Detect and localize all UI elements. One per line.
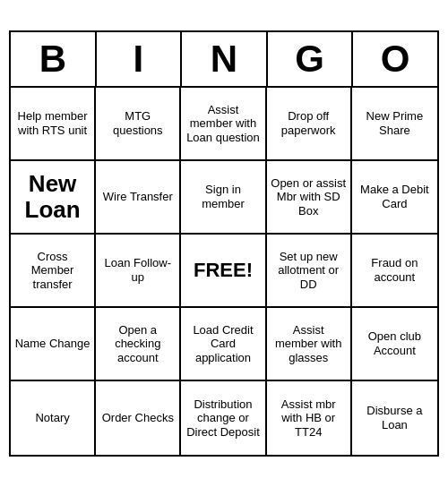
bingo-card: BINGO Help member with RTS unitMTG quest…	[9, 30, 439, 457]
header-letter: N	[182, 32, 268, 86]
header-letter: O	[353, 32, 437, 86]
bingo-cell: Wire Transfer	[96, 161, 181, 235]
bingo-cell: Assist mbr with HB or TT24	[267, 381, 352, 455]
bingo-cell: Order Checks	[96, 381, 181, 455]
bingo-cell: Open or assist Mbr with SD Box	[267, 161, 352, 235]
bingo-cell: Loan Follow-up	[96, 235, 181, 308]
header-letter: B	[11, 32, 97, 86]
bingo-cell: Notary	[11, 381, 96, 455]
bingo-cell: Name Change	[11, 308, 96, 381]
bingo-cell: Make a Debit Card	[352, 161, 437, 235]
bingo-cell: Open a checking account	[96, 308, 181, 381]
bingo-cell: FREE!	[181, 235, 266, 308]
bingo-cell: MTG questions	[96, 88, 181, 161]
bingo-header: BINGO	[11, 32, 437, 88]
bingo-cell: Set up new allotment or DD	[267, 235, 352, 308]
bingo-cell: Assist member with glasses	[267, 308, 352, 381]
bingo-grid: Help member with RTS unitMTG questionsAs…	[11, 88, 437, 455]
bingo-cell: New Prime Share	[352, 88, 437, 161]
bingo-cell: Assist member with Loan question	[181, 88, 266, 161]
bingo-cell: Sign in member	[181, 161, 266, 235]
bingo-cell: Drop off paperwork	[267, 88, 352, 161]
header-letter: G	[268, 32, 354, 86]
bingo-cell: Open club Account	[352, 308, 437, 381]
bingo-cell: New Loan	[11, 161, 96, 235]
bingo-cell: Distribution change or Direct Deposit	[181, 381, 266, 455]
bingo-cell: Disburse a Loan	[352, 381, 437, 455]
bingo-cell: Help member with RTS unit	[11, 88, 96, 161]
bingo-cell: Cross Member transfer	[11, 235, 96, 308]
bingo-cell: Fraud on account	[352, 235, 437, 308]
bingo-cell: Load Credit Card application	[181, 308, 266, 381]
header-letter: I	[97, 32, 183, 86]
